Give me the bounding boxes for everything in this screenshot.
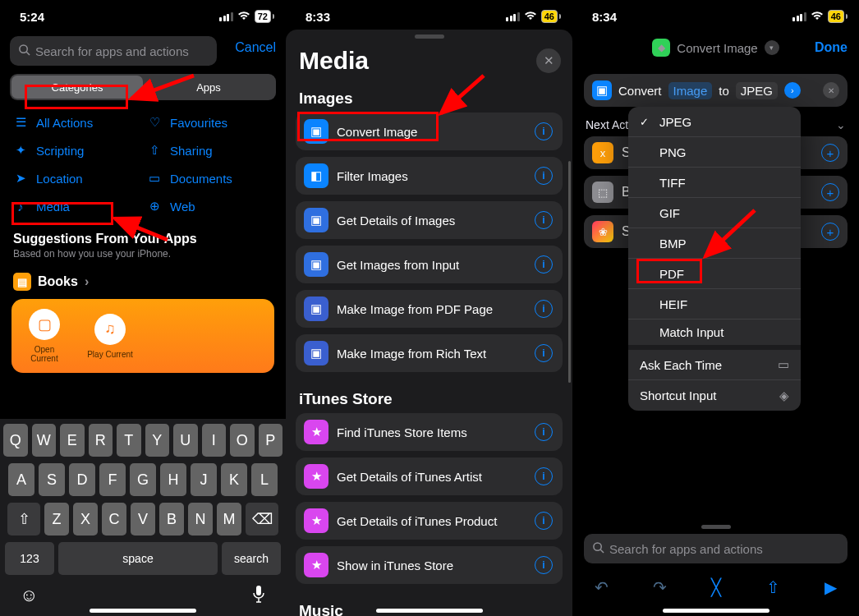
info-icon[interactable]: i — [535, 467, 553, 485]
key-h[interactable]: H — [160, 463, 186, 496]
format-token[interactable]: JPEG — [736, 82, 778, 99]
key-l[interactable]: L — [251, 463, 278, 496]
seg-categories[interactable]: Categories — [11, 76, 143, 99]
info-icon[interactable]: i — [535, 512, 553, 530]
scroll-thumb[interactable] — [568, 161, 571, 383]
undo-button[interactable]: ↶ — [595, 577, 609, 597]
expand-icon[interactable]: › — [784, 82, 801, 99]
info-icon[interactable]: i — [535, 344, 553, 362]
seg-apps[interactable]: Apps — [143, 76, 274, 99]
key-k[interactable]: K — [221, 463, 247, 496]
sheet-grabber[interactable] — [415, 34, 444, 39]
search-input[interactable]: Search for apps and actions — [10, 36, 217, 66]
key-u[interactable]: U — [173, 424, 198, 457]
key-space[interactable]: space — [58, 542, 218, 575]
close-button[interactable]: ✕ — [536, 48, 561, 73]
key-o[interactable]: O — [230, 424, 255, 457]
key-r[interactable]: R — [89, 424, 113, 457]
key-q[interactable]: Q — [3, 424, 28, 457]
add-icon[interactable]: + — [821, 183, 839, 201]
nav-title[interactable]: Convert Image — [677, 41, 757, 55]
home-indicator[interactable] — [376, 609, 483, 613]
key-a[interactable]: A — [8, 463, 34, 496]
cat-sharing[interactable]: ⇧Sharing — [147, 136, 273, 164]
key-g[interactable]: G — [130, 463, 156, 496]
cat-favourites[interactable]: ♡Favourites — [147, 108, 273, 136]
cat-media[interactable]: ♪Media — [13, 192, 139, 220]
key-x[interactable]: X — [73, 503, 98, 536]
chevron-down-icon[interactable]: ▾ — [765, 40, 779, 55]
key-e[interactable]: E — [60, 424, 85, 457]
key-search[interactable]: search — [222, 542, 281, 575]
format-gif[interactable]: GIF — [628, 198, 801, 228]
ask-each-time[interactable]: Ask Each Time▭ — [628, 350, 801, 380]
play-button[interactable]: ▶ — [825, 577, 837, 597]
key-i[interactable]: I — [202, 424, 227, 457]
key-y[interactable]: Y — [145, 424, 170, 457]
mic-button[interactable] — [251, 585, 266, 608]
action-get-details[interactable]: ▣ Get Details of Images i — [296, 201, 563, 239]
key-t[interactable]: T — [117, 424, 141, 457]
convert-action-block[interactable]: ▣ Convert Image to JPEG › ✕ — [584, 74, 848, 107]
share-button[interactable]: ⇧ — [766, 577, 780, 597]
cat-web[interactable]: ⊕Web — [147, 192, 273, 220]
books-open-current[interactable]: ▢ Open Current — [11, 299, 77, 373]
key-123[interactable]: 123 — [5, 542, 54, 575]
cat-documents[interactable]: ▭Documents — [147, 164, 273, 192]
info-icon[interactable]: i — [535, 167, 553, 185]
key-n[interactable]: N — [188, 503, 213, 536]
cat-scripting[interactable]: ✦Scripting — [13, 136, 139, 164]
format-pdf[interactable]: PDF — [628, 259, 801, 289]
key-c[interactable]: C — [102, 503, 126, 536]
format-png[interactable]: PNG — [628, 137, 801, 168]
format-match-input[interactable]: Match Input — [628, 319, 801, 350]
format-jpeg[interactable]: ✓JPEG — [628, 107, 801, 137]
info-icon[interactable]: i — [535, 300, 553, 318]
emoji-button[interactable]: ☺ — [20, 585, 38, 608]
cancel-button[interactable]: Cancel — [235, 40, 276, 55]
key-p[interactable]: P — [259, 424, 283, 457]
cat-all-actions[interactable]: ☰All Actions — [13, 108, 139, 136]
info-icon[interactable]: i — [535, 556, 553, 574]
search-input[interactable]: Search for apps and actions — [584, 534, 848, 563]
key-f[interactable]: F — [99, 463, 126, 496]
done-button[interactable]: Done — [815, 40, 848, 55]
action-show-itunes[interactable]: ★ Show in iTunes Store i — [296, 546, 563, 584]
action-images-from-input[interactable]: ▣ Get Images from Input i — [296, 246, 563, 283]
home-indicator[interactable] — [90, 609, 196, 613]
key-b[interactable]: B — [159, 503, 184, 536]
action-convert-image[interactable]: ▣ Convert Image i — [296, 113, 563, 150]
books-header[interactable]: ▤ Books › — [0, 261, 286, 299]
close-icon[interactable]: ✕ — [823, 82, 839, 99]
info-icon[interactable]: i — [535, 211, 553, 229]
close-button[interactable]: ╳ — [711, 577, 721, 597]
shift-key[interactable]: ⇧ — [7, 503, 40, 536]
cat-location[interactable]: ➤Location — [13, 164, 139, 192]
action-filter-images[interactable]: ◧ Filter Images i — [296, 157, 563, 195]
action-itunes-artist[interactable]: ★ Get Details of iTunes Artist i — [296, 457, 563, 495]
shortcut-input[interactable]: Shortcut Input◈ — [628, 380, 801, 411]
format-heif[interactable]: HEIF — [628, 289, 801, 319]
info-icon[interactable]: i — [535, 122, 553, 140]
key-d[interactable]: D — [69, 463, 95, 496]
keyboard[interactable]: QWERTYUIOP ASDFGHJKL ⇧ZXCVBNM⌫ 123 space… — [0, 419, 286, 616]
backspace-key[interactable]: ⌫ — [246, 503, 278, 536]
key-w[interactable]: W — [32, 424, 57, 457]
format-bmp[interactable]: BMP — [628, 228, 801, 259]
books-play-current[interactable]: ♫ Play Current — [77, 299, 143, 373]
key-j[interactable]: J — [191, 463, 217, 496]
chevron-down-icon[interactable]: ⌄ — [836, 118, 846, 131]
redo-button[interactable]: ↷ — [653, 577, 667, 597]
segmented-control[interactable]: Categories Apps — [10, 74, 276, 100]
key-v[interactable]: V — [131, 503, 155, 536]
sheet-grabber[interactable] — [701, 525, 731, 529]
info-icon[interactable]: i — [535, 255, 553, 274]
action-make-from-richtext[interactable]: ▣ Make Image from Rich Text i — [296, 334, 563, 372]
action-find-itunes[interactable]: ★ Find iTunes Store Items i — [296, 413, 563, 451]
action-itunes-product[interactable]: ★ Get Details of iTunes Product i — [296, 502, 563, 540]
image-token[interactable]: Image — [668, 82, 713, 99]
info-icon[interactable]: i — [535, 423, 553, 441]
home-indicator[interactable] — [663, 609, 769, 613]
add-icon[interactable]: + — [821, 223, 839, 241]
key-m[interactable]: M — [217, 503, 241, 536]
